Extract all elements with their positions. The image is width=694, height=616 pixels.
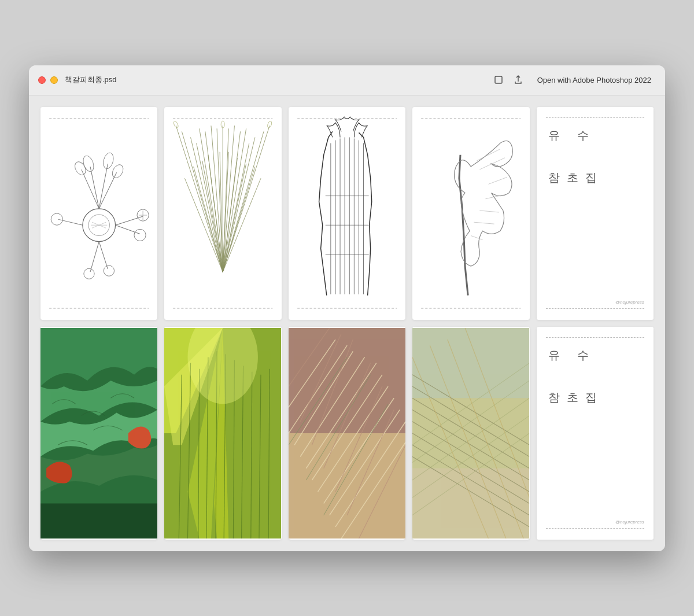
svg-point-22 bbox=[104, 265, 114, 276]
svg-point-59 bbox=[267, 120, 273, 128]
card-bot-5: 유수 참초집 @nojurepress bbox=[537, 327, 654, 540]
svg-line-49 bbox=[202, 160, 223, 271]
svg-line-77 bbox=[489, 177, 507, 184]
svg-line-9 bbox=[116, 216, 143, 225]
svg-line-34 bbox=[197, 143, 223, 272]
svg-rect-102 bbox=[289, 433, 405, 538]
svg-point-14 bbox=[82, 154, 96, 172]
card-bot-4[interactable] bbox=[412, 327, 529, 540]
svg-rect-101 bbox=[289, 327, 405, 433]
svg-line-46 bbox=[223, 126, 270, 272]
card-top-1[interactable] bbox=[40, 107, 157, 320]
kr-text-bot-line2: 참초집 bbox=[548, 390, 642, 405]
svg-line-45 bbox=[223, 131, 264, 272]
svg-line-5 bbox=[90, 167, 99, 209]
traffic-lights bbox=[38, 76, 58, 84]
card-bot-2[interactable] bbox=[164, 327, 281, 540]
svg-line-12 bbox=[90, 241, 99, 272]
svg-rect-126 bbox=[412, 327, 529, 397]
kr-text-bot-line1: 유수 bbox=[548, 348, 642, 363]
svg-line-8 bbox=[82, 169, 99, 209]
svg-line-79 bbox=[480, 210, 499, 212]
watermark-top: @nojurepress bbox=[615, 300, 644, 305]
svg-line-31 bbox=[182, 131, 223, 272]
content-area: 유수 참초집 @nojurepress bbox=[29, 95, 665, 551]
card-bot-1[interactable] bbox=[40, 327, 157, 540]
open-with-button[interactable]: Open with Adobe Photoshop 2022 bbox=[533, 73, 656, 87]
svg-line-10 bbox=[116, 225, 141, 234]
kr-text-line2: 참초집 bbox=[548, 170, 642, 186]
card-top-5: 유수 참초집 @nojurepress bbox=[537, 107, 654, 320]
share-icon[interactable] bbox=[513, 75, 523, 85]
svg-point-15 bbox=[102, 152, 115, 170]
svg-line-30 bbox=[176, 126, 223, 272]
kr-text-line1: 유수 bbox=[548, 128, 642, 143]
svg-rect-0 bbox=[495, 76, 502, 83]
card-bot-3[interactable] bbox=[289, 327, 405, 540]
svg-line-40 bbox=[223, 126, 235, 272]
card-top-4[interactable] bbox=[412, 107, 529, 320]
svg-point-19 bbox=[134, 229, 146, 241]
row-bottom: 유수 참초집 @nojurepress bbox=[40, 327, 654, 540]
svg-line-55 bbox=[223, 167, 256, 272]
svg-point-16 bbox=[110, 163, 125, 179]
preview-window: 책갈피최종.psd Open with Adobe Photoshop 2022 bbox=[29, 65, 665, 551]
window-title: 책갈피최종.psd bbox=[65, 75, 117, 85]
card-top-2[interactable] bbox=[164, 107, 281, 320]
svg-point-17 bbox=[73, 160, 88, 176]
svg-line-80 bbox=[474, 222, 494, 224]
svg-line-13 bbox=[99, 241, 108, 269]
svg-line-7 bbox=[99, 172, 116, 209]
svg-point-20 bbox=[51, 213, 62, 225]
svg-line-6 bbox=[99, 163, 108, 208]
svg-rect-128 bbox=[412, 468, 529, 538]
titlebar-actions: Open with Adobe Photoshop 2022 bbox=[493, 73, 656, 87]
row-top: 유수 참초집 @nojurepress bbox=[40, 107, 654, 320]
svg-line-81 bbox=[471, 235, 482, 239]
minimize-button[interactable] bbox=[50, 76, 58, 84]
resize-icon[interactable] bbox=[493, 75, 504, 85]
watermark-bottom: @nojurepress bbox=[615, 519, 644, 525]
close-button[interactable] bbox=[38, 76, 46, 84]
svg-point-21 bbox=[84, 268, 94, 279]
svg-line-75 bbox=[477, 149, 500, 160]
card-top-3[interactable] bbox=[289, 107, 405, 320]
svg-point-57 bbox=[173, 120, 179, 128]
titlebar: 책갈피최종.psd Open with Adobe Photoshop 2022 bbox=[29, 65, 665, 95]
svg-rect-84 bbox=[40, 503, 157, 538]
